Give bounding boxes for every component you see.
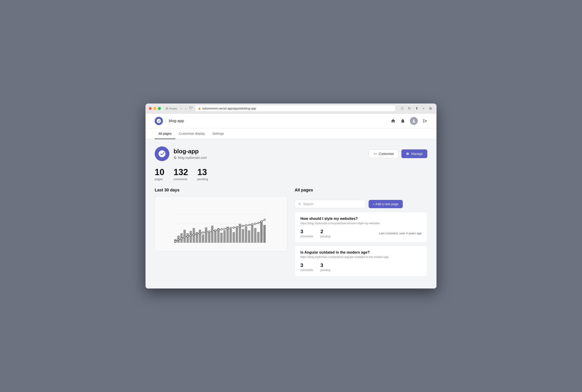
svg-point-62 [261, 220, 262, 222]
svg-point-37 [184, 236, 186, 238]
stat-pending-label: pending [197, 178, 208, 181]
svg-rect-32 [260, 221, 262, 243]
page-pending-value-1: 2 [320, 228, 330, 234]
svg-point-38 [187, 236, 188, 237]
stat-comments-label: comments [174, 178, 188, 181]
top-nav: / blog-app [146, 114, 436, 128]
page-url-1: https://blog.mydomain.com/posts/how-shou… [300, 222, 422, 225]
reload-icon[interactable]: ↻ [407, 106, 412, 111]
svg-rect-28 [248, 230, 250, 243]
pages-header: All pages [295, 188, 427, 196]
search-icon [298, 202, 301, 206]
svg-point-58 [248, 224, 250, 226]
share-icon[interactable]: ⬆ [414, 106, 420, 111]
chart-svg [158, 200, 284, 248]
gear-icon [406, 152, 409, 156]
svg-point-35 [178, 239, 179, 241]
tab-customise-display[interactable]: Customise display [175, 128, 209, 139]
app-content: / blog-app All pages Custom [146, 114, 436, 289]
customise-label: Customise [379, 152, 394, 156]
site-logo [155, 146, 169, 161]
svg-rect-17 [214, 230, 216, 243]
svg-point-42 [199, 232, 201, 234]
svg-rect-22 [230, 229, 232, 243]
stat-pages: 10 pages [155, 168, 164, 181]
svg-point-34 [175, 241, 176, 242]
main-content: blog-app blog.mydomain.com Customise [146, 139, 436, 289]
logout-button[interactable] [422, 118, 427, 124]
site-domain-row: blog.mydomain.com [174, 156, 207, 160]
forward-button[interactable]: › [184, 106, 187, 110]
brand-separator: / [165, 118, 166, 124]
titlebar: ⊟ Private ‹ › 🛡 🔒 ezkomment.vercel.app/a… [146, 104, 436, 114]
site-details: blog-app blog.mydomain.com [174, 148, 207, 160]
search-bar[interactable]: Search [295, 200, 366, 208]
svg-rect-9 [190, 231, 192, 243]
lock-icon: 🔒 [198, 107, 201, 110]
svg-point-51 [227, 228, 228, 229]
stat-comments-value: 132 [174, 168, 188, 177]
customise-button[interactable]: Customise [369, 150, 399, 158]
chart-title: Last 30 days [155, 188, 287, 192]
avatar[interactable] [410, 117, 418, 125]
page-card[interactable]: How should I style my websites? https://… [295, 212, 427, 243]
svg-point-57 [245, 225, 247, 226]
svg-rect-31 [257, 232, 260, 242]
svg-point-48 [218, 229, 219, 231]
left-column: Last 30 days [155, 188, 287, 279]
svg-rect-15 [208, 232, 210, 242]
svg-rect-14 [205, 228, 207, 243]
svg-rect-23 [232, 232, 235, 242]
notifications-button[interactable] [400, 118, 405, 124]
code-icon [374, 152, 377, 156]
svg-rect-26 [242, 229, 244, 243]
svg-rect-33 [263, 225, 266, 243]
svg-point-47 [214, 230, 216, 231]
page-pending-1: 2 pending [320, 228, 330, 238]
svg-rect-16 [211, 226, 214, 243]
search-add-row: Search + Add a new page [295, 200, 427, 208]
svg-rect-24 [236, 228, 238, 243]
close-button[interactable] [149, 107, 152, 110]
svg-point-40 [193, 234, 194, 236]
svg-point-63 [264, 219, 266, 220]
site-header: blog-app blog.mydomain.com Customise [155, 146, 427, 161]
svg-point-49 [220, 229, 222, 230]
new-tab-icon[interactable]: + [421, 106, 426, 111]
manage-button[interactable]: Manage [402, 150, 427, 158]
cast-icon[interactable]: ⬡ [399, 106, 405, 111]
page-title-2: Is Angular outdated in the modern age? [300, 250, 422, 254]
add-page-button[interactable]: + Add a new page [368, 200, 403, 208]
two-col-layout: Last 30 days [155, 188, 427, 279]
svg-point-36 [180, 238, 182, 240]
page-last-comment-1: Last comment: over 4 years ago [379, 232, 422, 235]
search-placeholder: Search [303, 202, 313, 206]
tab-all-pages[interactable]: All pages [155, 128, 175, 139]
svg-rect-8 [186, 234, 189, 243]
site-info: blog-app blog.mydomain.com [155, 146, 207, 161]
nav-buttons: ⊟ Private ‹ › 🛡 [164, 106, 193, 110]
all-pages-title: All pages [295, 188, 313, 192]
private-mode-icon[interactable]: ⊟ Private [164, 106, 178, 110]
svg-rect-13 [202, 234, 204, 243]
tab-settings[interactable]: Settings [208, 128, 228, 139]
svg-point-39 [190, 235, 192, 236]
svg-point-41 [196, 233, 198, 235]
page-url-2: https://blog.mydomain.com/posts/is-angul… [300, 256, 422, 259]
svg-rect-29 [251, 225, 253, 243]
svg-rect-27 [245, 227, 247, 243]
svg-point-61 [258, 222, 259, 224]
grid-icon[interactable]: ⊞ [428, 106, 433, 111]
page-card-2[interactable]: Is Angular outdated in the modern age? h… [295, 246, 427, 276]
address-bar[interactable]: 🔒 ezkomment.vercel.app/app/site/blog-app [195, 105, 396, 112]
tab-nav: All pages Customise display Settings [146, 128, 436, 139]
right-column: All pages Search + Add a new page How [295, 188, 427, 279]
nav-icons [390, 117, 427, 125]
home-button[interactable] [390, 118, 396, 124]
back-button[interactable]: ‹ [180, 106, 183, 110]
maximize-button[interactable] [158, 107, 161, 110]
url-text: ezkomment.vercel.app/app/site/blog-app [202, 107, 256, 110]
stat-comments: 132 comments [174, 168, 188, 181]
minimize-button[interactable] [153, 107, 156, 110]
browser-window: ⊟ Private ‹ › 🛡 🔒 ezkomment.vercel.app/a… [146, 104, 436, 289]
